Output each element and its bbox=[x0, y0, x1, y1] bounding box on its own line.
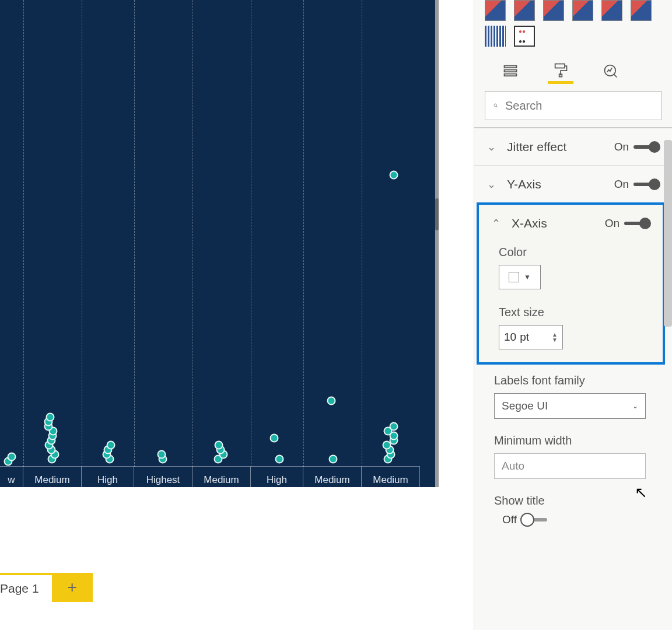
grid-line bbox=[192, 0, 193, 467]
dot-plot-chart[interactable]: wMediumHighHighestMediumHighMediumMedium bbox=[0, 0, 439, 487]
grid-line bbox=[134, 0, 135, 467]
grid-line bbox=[23, 0, 24, 467]
viz-type-tile[interactable] bbox=[485, 26, 506, 47]
x-axis-category-label: Medium bbox=[303, 466, 362, 487]
page-tabs: Page 1 + bbox=[0, 573, 93, 602]
viz-type-tile[interactable] bbox=[631, 0, 652, 21]
viz-type-tile-selected[interactable] bbox=[514, 26, 535, 47]
paint-roller-icon bbox=[552, 62, 569, 78]
viz-type-tile[interactable] bbox=[514, 0, 535, 21]
grid-line bbox=[362, 0, 362, 467]
x-axis-color-block: Color ▼ bbox=[479, 242, 663, 302]
data-point[interactable] bbox=[46, 413, 55, 422]
data-point[interactable] bbox=[390, 422, 398, 431]
input-value: Auto bbox=[502, 460, 524, 473]
svg-rect-4 bbox=[559, 74, 562, 77]
x-axis-category-label: w bbox=[0, 466, 23, 487]
grid-line bbox=[82, 0, 82, 467]
x-axis-text-size-input[interactable]: 10 pt ▲▼ bbox=[499, 325, 563, 349]
page-tab-1[interactable]: Page 1 bbox=[0, 573, 52, 602]
color-label: Color bbox=[499, 246, 643, 259]
labels-font-family-select[interactable]: Segoe UI ⌄ bbox=[494, 393, 646, 419]
x-axis-category-label: Medium bbox=[192, 466, 251, 487]
viz-type-tile[interactable] bbox=[543, 0, 564, 21]
x-axis-category-label: Medium bbox=[362, 466, 420, 487]
svg-point-6 bbox=[494, 104, 497, 107]
chevron-down-icon: ⌄ bbox=[487, 141, 499, 153]
viz-type-tile[interactable] bbox=[485, 0, 506, 21]
minimum-width-block: Minimum width Auto bbox=[474, 425, 672, 485]
caret-down-icon: ▼ bbox=[524, 273, 531, 281]
magnify-chart-icon bbox=[603, 63, 619, 79]
labels-font-family-block: Labels font family Segoe UI ⌄ bbox=[474, 365, 672, 425]
setting-label: X-Axis bbox=[512, 216, 597, 230]
x-axis-category-label: Medium bbox=[23, 466, 82, 487]
stepper-icon[interactable]: ▲▼ bbox=[552, 332, 558, 342]
data-point[interactable] bbox=[106, 441, 115, 450]
format-tab[interactable] bbox=[548, 58, 573, 84]
setting-x-axis-expanded-highlight: ⌃ X-Axis On Color ▼ Text size 10 pt bbox=[477, 202, 665, 365]
pane-tool-tabs bbox=[474, 56, 672, 84]
toggle-switch-off-icon bbox=[522, 518, 547, 522]
data-point[interactable] bbox=[270, 434, 278, 443]
setting-y-axis[interactable]: ⌄ Y-Axis On bbox=[474, 165, 672, 202]
toggle-y-axis[interactable]: On bbox=[614, 178, 659, 191]
data-point[interactable] bbox=[390, 170, 398, 179]
format-search-input[interactable] bbox=[505, 99, 653, 113]
select-value: Segoe UI bbox=[502, 400, 548, 412]
setting-label: Y-Axis bbox=[507, 177, 606, 191]
svg-rect-3 bbox=[555, 64, 565, 68]
data-point[interactable] bbox=[329, 455, 338, 464]
show-title-label: Show title bbox=[494, 494, 652, 508]
svg-rect-1 bbox=[505, 70, 517, 72]
toggle-state-text: On bbox=[614, 141, 629, 153]
fields-icon bbox=[502, 63, 519, 79]
report-canvas: wMediumHighHighestMediumHighMediumMedium… bbox=[0, 0, 474, 630]
toggle-x-axis[interactable]: On bbox=[605, 217, 650, 230]
toggle-show-title[interactable]: Off bbox=[494, 513, 652, 526]
setting-x-axis[interactable]: ⌃ X-Axis On bbox=[479, 205, 663, 242]
text-size-label: Text size bbox=[499, 306, 643, 319]
chevron-down-icon: ⌄ bbox=[487, 178, 499, 191]
fields-tab[interactable] bbox=[498, 58, 523, 84]
data-point[interactable] bbox=[7, 453, 16, 461]
x-axis-category-label: Highest bbox=[134, 466, 192, 487]
minimum-width-label: Minimum width bbox=[494, 434, 652, 447]
format-settings-list: ⌄ Jitter effect On ⌄ Y-Axis On ⌃ X-Axis … bbox=[474, 128, 672, 630]
chevron-up-icon: ⌃ bbox=[492, 217, 503, 230]
toggle-jitter[interactable]: On bbox=[614, 141, 659, 153]
data-point[interactable] bbox=[327, 397, 336, 405]
labels-font-family-label: Labels font family bbox=[494, 374, 652, 387]
viz-type-tile[interactable] bbox=[601, 0, 622, 21]
text-size-unit: pt bbox=[520, 331, 529, 344]
data-point[interactable] bbox=[215, 441, 223, 450]
plus-icon: + bbox=[67, 578, 76, 597]
visualization-gallery bbox=[474, 0, 672, 56]
toggle-switch-on-icon bbox=[634, 183, 659, 186]
toggle-state-text: On bbox=[605, 217, 620, 230]
search-icon bbox=[494, 99, 498, 112]
chevron-down-icon: ⌄ bbox=[632, 402, 638, 410]
x-axis-category-label: High bbox=[251, 466, 303, 487]
format-search[interactable] bbox=[485, 91, 662, 120]
x-axis-color-picker[interactable]: ▼ bbox=[499, 265, 541, 289]
chart-plot-area bbox=[0, 0, 435, 487]
toggle-switch-on-icon bbox=[634, 145, 659, 149]
x-axis-textsize-block: Text size 10 pt ▲▼ bbox=[479, 302, 663, 362]
toggle-state-text: Off bbox=[502, 513, 517, 526]
x-axis-category-label: High bbox=[82, 466, 134, 487]
analytics-tab[interactable] bbox=[598, 58, 624, 84]
add-page-button[interactable]: + bbox=[52, 573, 93, 602]
toggle-switch-on-icon bbox=[624, 222, 650, 225]
show-title-block: Show title Off bbox=[474, 485, 672, 532]
pane-scrollbar-thumb[interactable] bbox=[664, 140, 672, 327]
svg-rect-0 bbox=[505, 66, 517, 68]
minimum-width-input[interactable]: Auto bbox=[494, 453, 646, 479]
color-swatch-icon bbox=[509, 272, 519, 282]
data-point[interactable] bbox=[158, 450, 166, 459]
viz-type-tile[interactable] bbox=[572, 0, 593, 21]
text-size-value: 10 bbox=[504, 331, 516, 344]
setting-jitter-effect[interactable]: ⌄ Jitter effect On bbox=[474, 128, 672, 165]
chart-scrollbar-thumb[interactable] bbox=[435, 198, 439, 230]
data-point[interactable] bbox=[275, 455, 284, 464]
